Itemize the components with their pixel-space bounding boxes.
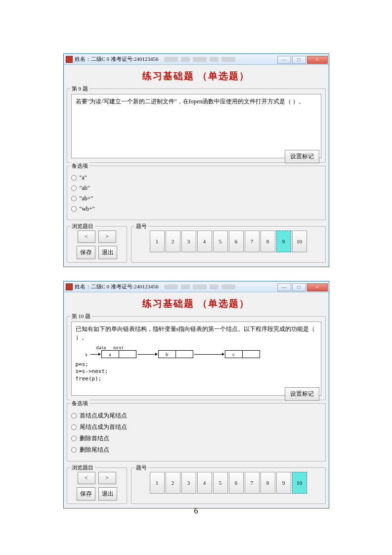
question-number-button[interactable]: 1	[150, 472, 165, 494]
window-control-group: — □ ×	[277, 282, 329, 291]
next-button[interactable]: >	[98, 472, 116, 484]
linked-list-diagram: data next s a b	[81, 345, 317, 358]
question-number-button[interactable]: 3	[181, 472, 196, 494]
mark-button[interactable]: 设置标记	[285, 150, 319, 163]
option-label: "ab"	[80, 185, 90, 192]
document-page: 姓名：二级C 0 准考证号:240123456 — □ × 练习基础题 （单选题…	[0, 0, 392, 555]
answers-legend: 备选项	[70, 162, 89, 170]
nav-group: 浏览题目 < > 保存 退出	[67, 226, 127, 263]
question-number-button[interactable]: 3	[181, 231, 196, 252]
question-number-button[interactable]: 8	[261, 231, 275, 252]
mark-button-wrap: 设置标记	[285, 387, 319, 401]
radio-icon[interactable]	[71, 196, 77, 201]
question-number-button[interactable]: 2	[166, 231, 180, 252]
question-number-group: 题号 12345678910	[131, 226, 326, 263]
question-number-button[interactable]: 2	[166, 472, 180, 494]
question-number-button[interactable]: 4	[197, 231, 212, 252]
client-area: 练习基础题 （单选题） 第 9 题 若要"为读/写建立一个新的二进制文件"，在f…	[64, 65, 329, 267]
question-number-button[interactable]: 10	[292, 472, 307, 494]
question-number-button[interactable]: 7	[245, 472, 260, 494]
option-row[interactable]: "ab+"	[71, 195, 321, 202]
question-text-box: 已知有如下的单向链表结构，指针变量s指向链表的第一个结点。以下程序段完成的功能是…	[71, 322, 321, 396]
code-line: p=s;	[76, 361, 317, 368]
question-number-button[interactable]: 6	[229, 231, 244, 252]
arrow-icon	[90, 354, 100, 355]
save-button[interactable]: 保存	[77, 487, 95, 501]
client-area: 练习基础题 （单选题） 第 10 题 已知有如下的单向链表结构，指针变量s指向链…	[64, 292, 329, 508]
maximize-button[interactable]: □	[292, 56, 306, 64]
option-label: "a"	[80, 174, 87, 182]
exit-button[interactable]: 退出	[98, 487, 117, 501]
question-group: 第 9 题 若要"为读/写建立一个新的二进制文件"，在fopen函数中应使用的文…	[67, 89, 326, 163]
question-legend: 第 9 题	[70, 85, 89, 92]
question-number-button[interactable]: 4	[197, 472, 212, 494]
question-number-button[interactable]: 7	[245, 231, 260, 252]
question-number-button[interactable]: 9	[276, 472, 291, 494]
question-number-button[interactable]: 9	[276, 231, 291, 252]
option-row[interactable]: 删除尾结点	[71, 446, 321, 454]
question-group: 第 10 题 已知有如下的单向链表结构，指针变量s指向链表的第一个结点。以下程序…	[67, 316, 326, 400]
question-number-button[interactable]: 1	[150, 231, 165, 252]
page-number: 6	[0, 507, 392, 515]
bottom-row: 浏览题目 < > 保存 退出 题号 12345678910	[67, 223, 326, 263]
option-row[interactable]: 删除首结点	[71, 434, 321, 443]
option-label: 首结点成为尾结点	[80, 412, 127, 420]
option-row[interactable]: "wb+"	[71, 205, 321, 213]
radio-icon[interactable]	[71, 185, 77, 191]
node-next	[176, 351, 193, 358]
next-button[interactable]: >	[98, 231, 116, 243]
close-button[interactable]: ×	[307, 56, 328, 64]
radio-icon[interactable]	[71, 175, 77, 181]
titlebar: 姓名：二级C 0 准考证号:240123456 — □ ×	[64, 54, 329, 65]
arrow-icon	[137, 354, 157, 355]
diagram-row: s a b	[81, 350, 317, 358]
list-node: b	[158, 350, 193, 358]
exit-button[interactable]: 退出	[98, 246, 117, 259]
option-row[interactable]: 首结点成为尾结点	[71, 412, 321, 420]
bottom-row: 浏览题目 < > 保存 退出 题号 12345678910	[67, 464, 326, 504]
app-icon	[66, 56, 73, 63]
option-label: 删除首结点	[80, 434, 109, 443]
question-legend: 第 10 题	[70, 313, 92, 320]
question-number-button[interactable]: 5	[213, 231, 228, 252]
node-next	[243, 351, 260, 358]
option-label: 删除尾结点	[80, 446, 109, 454]
title-blur-group	[164, 57, 235, 62]
question-number-button[interactable]: 10	[292, 231, 307, 252]
blur-segment	[164, 284, 178, 289]
blur-segment	[210, 284, 218, 289]
prev-button[interactable]: <	[78, 472, 95, 484]
col-label-next: next	[113, 345, 124, 350]
prev-button[interactable]: <	[78, 231, 95, 243]
app-window-2: 姓名：二级C 0 准考证号:240123456 — □ × 练习基础题 （单选题…	[63, 281, 329, 509]
question-number-button[interactable]: 5	[213, 472, 228, 494]
qnums-row: 12345678910	[134, 472, 322, 494]
window-title: 姓名：二级C 0 准考证号:240123456	[75, 55, 159, 63]
close-button[interactable]: ×	[307, 283, 328, 291]
question-number-button[interactable]: 8	[261, 472, 275, 494]
minimize-button[interactable]: —	[277, 283, 291, 291]
option-row[interactable]: "ab"	[71, 185, 321, 192]
question-number-button[interactable]: 6	[229, 472, 244, 494]
minimize-button[interactable]: —	[277, 56, 291, 64]
page-title: 练习基础题 （单选题）	[67, 294, 326, 313]
radio-icon[interactable]	[71, 436, 77, 441]
node-data: c	[225, 351, 243, 358]
radio-icon[interactable]	[71, 447, 77, 453]
nav-legend: 浏览题目	[70, 464, 95, 471]
option-row[interactable]: 尾结点成为首结点	[71, 423, 321, 431]
option-row[interactable]: "a"	[71, 174, 321, 182]
maximize-button[interactable]: □	[292, 283, 306, 291]
blur-segment	[210, 57, 218, 62]
node-data: a	[102, 351, 119, 358]
nav-buttons: < > 保存 退出	[70, 231, 124, 259]
qnums-legend: 题号	[134, 223, 148, 230]
mark-button[interactable]: 设置标记	[285, 387, 319, 401]
save-button[interactable]: 保存	[77, 246, 95, 259]
option-label: "ab+"	[80, 195, 93, 202]
node-next	[119, 351, 136, 358]
radio-icon[interactable]	[71, 413, 77, 418]
list-node: a	[101, 350, 136, 358]
radio-icon[interactable]	[71, 424, 77, 430]
radio-icon[interactable]	[71, 206, 77, 212]
